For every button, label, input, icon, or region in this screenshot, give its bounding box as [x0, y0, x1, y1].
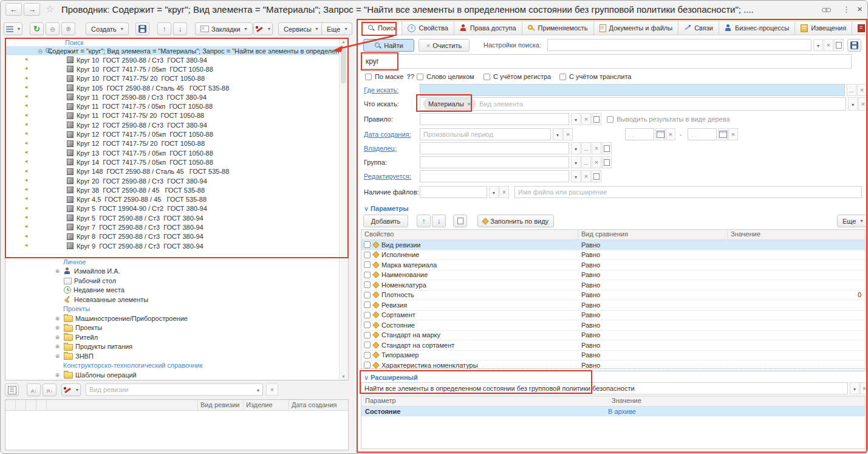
move-down-button[interactable]	[173, 22, 187, 35]
refresh-button[interactable]	[30, 22, 44, 35]
tab[interactable]: Связи	[678, 21, 719, 35]
row-checkbox[interactable]	[364, 342, 371, 348]
tree-selected-search-row[interactable]: Содержит = "круг"; Вид элемента = "Матер…	[6, 46, 339, 55]
table-row[interactable]: Состояние В архиве	[361, 407, 865, 416]
nav-back-button[interactable]	[5, 3, 22, 16]
expand-all-button[interactable]: ⊕	[61, 22, 75, 35]
tree-view-settings-button[interactable]	[4, 22, 22, 35]
table-row[interactable]: Исполнение Равно	[361, 250, 865, 261]
where-input[interactable]	[420, 84, 845, 96]
editing-label[interactable]: Редактируется:	[364, 173, 411, 180]
tree-item[interactable]: ◄ Круг 9 ГОСТ 2590-88 / Ст3 ГОСТ 380-94	[6, 241, 339, 250]
row-checkbox[interactable]	[364, 322, 371, 328]
param-up-button[interactable]	[417, 215, 431, 227]
group-input[interactable]	[420, 156, 569, 168]
services-button[interactable]: Сервисы	[278, 22, 324, 35]
tab[interactable]: Применяемость	[522, 21, 594, 35]
favorite-star-icon[interactable]	[46, 3, 54, 15]
nav-forward-button[interactable]	[24, 3, 40, 16]
row-checkbox[interactable]	[364, 352, 371, 359]
tree-item[interactable]: ◄ Круг 5 ГОСТ 19904-90 / Ст2 ГОСТ 380-94	[6, 204, 339, 213]
tree-item[interactable]: ◄ Круг 12 ГОСТ 7417-75 / 05кп ГОСТ 1050-…	[6, 129, 339, 139]
col-header-product[interactable]: Изделие	[244, 400, 289, 410]
tab[interactable]: Документы и файлы	[593, 21, 679, 35]
find-button[interactable]: Найти	[363, 39, 414, 52]
row-checkbox[interactable]	[364, 312, 371, 318]
owner-clear-button[interactable]	[592, 142, 601, 154]
tree-item[interactable]: Проекты	[6, 323, 339, 333]
period-clear-button[interactable]	[563, 128, 573, 140]
row-checkbox[interactable]	[364, 252, 371, 258]
tree-item[interactable]: Измайлов И.А.	[6, 267, 339, 277]
rule-copy-button[interactable]	[592, 113, 601, 125]
revision-form-button[interactable]	[5, 383, 19, 396]
row-checkbox[interactable]	[364, 261, 371, 268]
row-checkbox[interactable]	[364, 362, 371, 368]
translit-checkbox[interactable]	[559, 74, 566, 80]
tree-item[interactable]: ◄ Круг 11 ГОСТ 7417-75 / 05кп ГОСТ 1050-…	[6, 101, 339, 111]
collapse-node-icon[interactable]	[38, 47, 43, 55]
rule-input[interactable]	[420, 113, 569, 125]
save-button[interactable]	[135, 22, 149, 35]
col-header-parameter[interactable]: Параметр	[361, 396, 608, 406]
move-up-button[interactable]	[157, 22, 171, 35]
editing-clear-button[interactable]	[581, 170, 591, 182]
where-label[interactable]: Где искать:	[364, 86, 398, 94]
comparison-kind[interactable]: Равно	[578, 251, 728, 258]
col-header-value[interactable]: Значение	[608, 396, 865, 406]
advanced-dropdown-button[interactable]	[850, 382, 859, 394]
tree-item[interactable]: ◄ Круг 4,5 ГОСТ 2590-88 / 45 ГОСТ 535-88	[6, 194, 339, 204]
row-checkbox[interactable]	[364, 301, 371, 308]
revision-filter-clear-button[interactable]	[266, 383, 278, 396]
date-to-clear-button[interactable]	[728, 128, 738, 140]
col-header-created[interactable]: Дата создания	[289, 400, 348, 410]
comparison-kind[interactable]: Равно	[578, 362, 728, 369]
where-browse-button[interactable]	[847, 84, 856, 96]
tab[interactable]: Извещения	[795, 21, 852, 35]
expander-icon[interactable]	[53, 334, 61, 340]
expander-icon[interactable]	[53, 372, 61, 378]
window-close-icon[interactable]	[857, 4, 863, 14]
table-row[interactable]: Наименование Равно	[361, 270, 865, 281]
kebab-menu-icon[interactable]	[842, 5, 850, 14]
editing-copy-button[interactable]	[592, 170, 601, 182]
fill-by-kind-button[interactable]: Заполнить по виду	[477, 215, 554, 227]
date-from-input[interactable]: . .	[625, 128, 654, 140]
table-row[interactable]: Стандарт на марку Равно	[361, 331, 865, 341]
row-checkbox[interactable]	[364, 272, 371, 278]
table-row[interactable]: Номенклатура Равно	[361, 280, 865, 291]
tree-item[interactable]: ◄ Круг 10 ГОСТ 7417-75 / 05кп ГОСТ 1050-…	[6, 64, 339, 74]
tree-item[interactable]: ◄ Круг 13 ГОСТ 7417-75 / 05кп ГОСТ 1050-…	[6, 148, 339, 157]
advanced-clear-button[interactable]	[860, 382, 868, 394]
tree-item[interactable]: Недавние места	[6, 286, 339, 295]
comparison-kind[interactable]: Равно	[578, 322, 728, 329]
tree-item[interactable]: Конструкторско-технологический справочни…	[6, 361, 339, 371]
case-checkbox[interactable]	[484, 74, 490, 80]
row-checkbox[interactable]	[364, 332, 371, 339]
scrollbar-thumb[interactable]	[341, 47, 346, 83]
create-button[interactable]: Создать	[86, 22, 129, 35]
col-header-value[interactable]: Значение	[728, 230, 865, 239]
tree-item[interactable]: Проекты	[6, 304, 339, 314]
what-tag-materials[interactable]: Материалы	[423, 98, 476, 109]
files-clear-button[interactable]	[499, 186, 509, 198]
tree-item[interactable]: ◄ Круг 7 ГОСТ 2590-88 / Ст3 ГОСТ 380-94	[6, 222, 339, 232]
files-input[interactable]	[420, 186, 487, 198]
tree-scrollbar[interactable]: ▲ ▼	[339, 38, 348, 380]
tree-item[interactable]: ◄ Круг 14 ГОСТ 7417-75 / 05кп ГОСТ 1050-…	[6, 157, 339, 167]
filename-input[interactable]: Имя файла или расширение	[514, 186, 862, 198]
settings-clear-button[interactable]	[824, 39, 833, 51]
tab[interactable]: Бизнес-процессы	[719, 21, 795, 35]
expander-icon[interactable]	[53, 325, 61, 331]
row-checkbox[interactable]	[364, 281, 371, 288]
table-row[interactable]: Стандарт на сортамент Равно	[361, 340, 865, 351]
tree-item[interactable]: ◄ Круг 5 ГОСТ 2590-88 / Ст3 ГОСТ 380-94	[6, 213, 339, 222]
what-input[interactable]: Материалы Вид элемента	[420, 97, 846, 111]
sort-desc-button[interactable]	[43, 383, 56, 396]
advanced-query-input[interactable]: Найти все элементы в определенном состоя…	[361, 382, 848, 394]
tree-item[interactable]: Личное	[6, 257, 339, 267]
comparison-kind[interactable]: Равно	[578, 291, 728, 298]
add-parameter-button[interactable]: Добавить	[363, 215, 408, 227]
tree-item[interactable]: Ритейл	[6, 332, 339, 342]
settings-copy-button[interactable]	[834, 39, 844, 51]
